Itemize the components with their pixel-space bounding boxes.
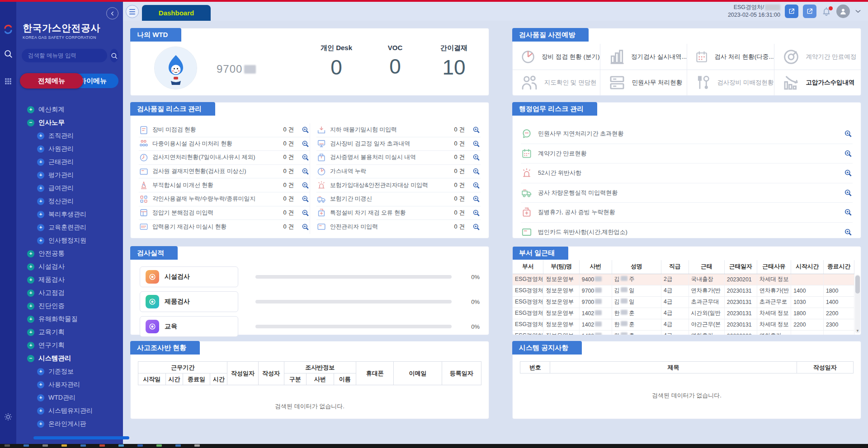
sidebar-item-research-planning[interactable]: +연구기획 (16, 339, 123, 352)
sidebar-scrollbar[interactable] (33, 436, 129, 439)
stat-personal-desk[interactable]: 개인 Desk 0 (319, 44, 354, 79)
magnifier-icon[interactable] (301, 140, 310, 148)
scrollbar-thumb[interactable] (855, 275, 860, 294)
open-window-button[interactable] (785, 5, 798, 18)
magnifier-icon[interactable] (844, 208, 853, 217)
sidebar-item-payroll[interactable]: +급여관리 (16, 182, 123, 195)
sidebar-item-diagnosis[interactable]: +진단인증 (16, 299, 123, 313)
admin-risk-row[interactable]: 공사 차량운행실적 미입력현황 (521, 183, 853, 203)
magnifier-icon[interactable] (844, 149, 853, 158)
risk-row[interactable]: 안전관리자 미입력0 건 (316, 220, 481, 234)
sidebar-item-hr[interactable]: −인사노무 (16, 116, 123, 129)
risk-row[interactable]: 검사증명서 불용처리 미실시 내역0 건 (316, 151, 481, 165)
sidebar-item-employee[interactable]: +사원관리 (16, 142, 123, 155)
stat-quick-approval[interactable]: 간이결재 10 (436, 44, 472, 79)
share-window-button[interactable] (803, 5, 816, 18)
hamburger-menu-icon[interactable] (126, 5, 139, 18)
magnifier-icon[interactable] (301, 223, 310, 231)
risk-row[interactable]: 압력용기 재검사 미실시 현황0 건 (139, 220, 310, 234)
notifications-button[interactable] (821, 6, 832, 17)
sidebar-item-safety-common[interactable]: +안전공통 (16, 247, 123, 260)
risk-row[interactable]: 특정설비 차기 재검 오류 현황0 건 (316, 206, 481, 220)
admin-risk-row[interactable]: 계약기간 만료현황 (521, 144, 853, 164)
column-header[interactable]: 부서 (513, 260, 543, 274)
column-header[interactable]: 번호 (520, 362, 550, 373)
magnifier-icon[interactable] (301, 209, 310, 217)
risk-row[interactable]: 보험기간 미갱신0 건 (316, 192, 481, 206)
magnifier-icon[interactable] (472, 181, 481, 190)
column-header[interactable]: 제목 (550, 362, 797, 373)
sidebar-item-facility-inspection[interactable]: +시설검사 (16, 260, 123, 273)
magnifier-icon[interactable] (301, 153, 310, 162)
prevention-item-periodic-inspection[interactable]: 정기검사 실시내역... (600, 44, 687, 70)
risk-row[interactable]: 장비 미점검 현황0 건 (139, 123, 310, 137)
magnifier-icon[interactable] (301, 195, 310, 203)
risk-row[interactable]: 각인사용결재 누락/수량누락/종류미일지0 건 (139, 192, 310, 206)
magnifier-icon[interactable] (301, 126, 310, 134)
admin-risk-row[interactable]: 법인카드 위반사항(시간,제한업소) (521, 223, 853, 243)
table-row[interactable]: ESG경영처정보운영부 9700 김 일 4급연차휴가(반 20230131연차… (513, 285, 854, 296)
scrollbar-down-arrow[interactable]: ▼ (856, 329, 859, 333)
sidebar-item-hazardous-chem[interactable]: +유해화학물질 (16, 313, 123, 326)
search-icon[interactable] (3, 49, 13, 59)
sidebar-item-base-info[interactable]: +기준정보 (16, 365, 123, 378)
magnifier-icon[interactable] (844, 168, 853, 177)
column-header[interactable]: 근태 (689, 260, 724, 274)
sidebar-item-wtd-mgmt[interactable]: +WTD관리 (16, 391, 123, 404)
magnifier-icon[interactable] (844, 228, 853, 237)
magnifier-icon[interactable] (472, 140, 481, 148)
magnifier-icon[interactable] (472, 167, 481, 176)
risk-row[interactable]: 정압기 분해점검 미입력0 건 (139, 206, 310, 220)
column-header[interactable]: 근태사유 (757, 260, 791, 274)
table-scrollbar[interactable]: ▼ (855, 275, 860, 333)
admin-risk-row[interactable]: 민원사무 지연처리기간 초과현황 (521, 124, 853, 144)
prevention-item-unassigned-equipment[interactable]: 검사장비 미배정현황 (687, 70, 774, 95)
magnifier-icon[interactable] (844, 188, 853, 197)
risk-row[interactable]: 검사장비 검교정 일자 초과내역0 건 (316, 137, 481, 151)
menu-search-input[interactable] (22, 49, 107, 62)
sidebar-item-welfare[interactable]: +복리후생관리 (16, 208, 123, 221)
magnifier-icon[interactable] (301, 167, 310, 176)
tab-dashboard[interactable]: Dashboard (142, 5, 211, 21)
sidebar-item-training[interactable]: +교육훈련관리 (16, 221, 123, 234)
risk-row[interactable]: 검사원 결재지연현황(검사표 미상신)0 건 (139, 165, 310, 179)
magnifier-icon[interactable] (472, 209, 481, 217)
magnifier-icon[interactable] (472, 195, 481, 203)
magnifier-icon[interactable] (472, 223, 481, 231)
table-row[interactable]: ESG경영처정보운영부 1402 한 훈 4급야간근무(본 20230131차세… (513, 319, 854, 330)
column-header[interactable]: 사번 (579, 260, 612, 274)
sidebar-item-hr-admin[interactable]: +인사행정지원 (16, 234, 123, 247)
prevention-item-inspection-processing[interactable]: 검사 처리 현황(다중... (687, 44, 774, 70)
sidebar-item-user-mgmt[interactable]: +사용자관리 (16, 378, 123, 391)
column-header[interactable]: 부(팀)명 (543, 260, 579, 274)
column-header[interactable]: 직급 (661, 260, 689, 274)
magnifier-icon[interactable] (301, 181, 310, 190)
magnifier-icon[interactable] (844, 129, 853, 138)
table-row[interactable]: ESG경영처정보운영부 1402 한 훈 4급연차휴가 20230202연차휴가 (513, 330, 854, 335)
column-header[interactable]: 종료시간 (823, 260, 854, 274)
perf-facility-button[interactable]: 시설검사 (140, 266, 238, 287)
sidebar-item-org[interactable]: +조직관리 (16, 129, 123, 142)
apps-grid-icon[interactable] (4, 77, 13, 86)
risk-row[interactable]: 부적합시설 미개선 현황0 건 (139, 178, 310, 192)
avatar[interactable] (836, 5, 850, 18)
sidebar-item-system-mgmt[interactable]: −시스템관리 (16, 352, 123, 365)
menu-search-button[interactable] (110, 49, 118, 62)
chevron-down-icon[interactable] (854, 8, 862, 15)
column-header[interactable]: 성명 (612, 260, 661, 274)
prevention-item-guidance-interview[interactable]: 지도확인 및 면담현 (513, 70, 600, 95)
column-header[interactable]: 작성일자 (797, 362, 853, 373)
sidebar-item-attendance[interactable]: +근태관리 (16, 155, 123, 168)
sidebar-item-online-board[interactable]: +온라인게시판 (16, 417, 123, 430)
table-row[interactable]: ESG경영처정보운영부 1402 한 훈 4급시간외(일반 20230131차세… (513, 308, 854, 319)
sidebar-item-accident-check[interactable]: +사고점검 (16, 286, 123, 299)
risk-row[interactable]: 검사지연처리현황(7일이내,사유시 제외)0 건 (139, 151, 310, 165)
table-row[interactable]: ESG경영처정보운영부 9700 김 일 4급초과근무대 20230131초과근… (513, 296, 854, 308)
perf-education-button[interactable]: 교육 (140, 316, 238, 337)
risk-row[interactable]: 가스내역 누락0 건 (316, 165, 481, 179)
sidebar-item-budget[interactable]: +예산회계 (16, 103, 123, 116)
perf-product-button[interactable]: 제품검사 (140, 291, 238, 312)
os-taskbar[interactable] (0, 444, 868, 448)
admin-risk-row[interactable]: 52시간 위반사항 (521, 163, 853, 183)
sidebar-item-settlement[interactable]: +정산관리 (16, 195, 123, 208)
